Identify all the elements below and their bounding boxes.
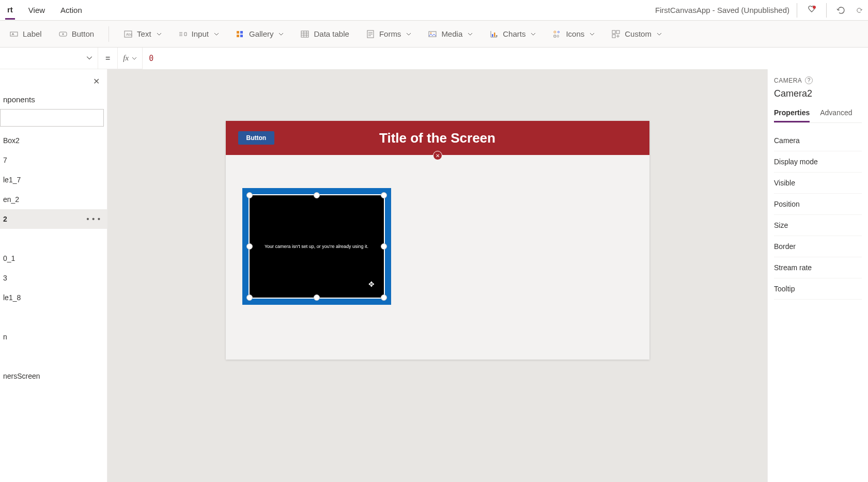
resize-handle[interactable] [246, 294, 253, 301]
move-cursor-icon: ✥ [368, 280, 375, 288]
svg-point-12 [430, 32, 431, 33]
prop-row-size[interactable]: Size [774, 215, 862, 236]
tree-item-label: le1_8 [3, 293, 21, 302]
ribbon-datatable[interactable]: Data table [298, 26, 351, 42]
resize-handle[interactable] [381, 243, 387, 250]
resize-handle[interactable] [314, 294, 320, 301]
resize-handle[interactable] [246, 243, 253, 250]
undo-icon[interactable] [834, 3, 848, 18]
ribbon-charts[interactable]: Charts [487, 26, 538, 42]
health-icon[interactable] [804, 3, 819, 18]
ribbon-forms[interactable]: Forms [364, 26, 414, 42]
divider [797, 3, 797, 18]
tab-advanced[interactable]: Advanced [820, 108, 852, 122]
prop-row-tooltip[interactable]: Tooltip [774, 278, 862, 300]
prop-row-position[interactable]: Position [774, 194, 862, 215]
datatable-icon [300, 29, 309, 39]
prop-row-streamrate[interactable]: Stream rate [774, 257, 862, 278]
formula-input[interactable] [143, 48, 868, 69]
svg-rect-9 [301, 31, 308, 37]
control-name[interactable]: Camera2 [774, 88, 862, 99]
prop-row-visible[interactable]: Visible [774, 173, 862, 194]
media-icon [428, 29, 437, 39]
chevron-down-icon [214, 32, 219, 37]
resize-handle[interactable] [381, 294, 387, 301]
tree-list: Box2 7 le1_7 en_2 2 • • • 0_1 3 le1_8 n … [0, 131, 107, 386]
tree-item[interactable]: 0_1 [0, 248, 107, 268]
tree-search-input[interactable] [0, 109, 104, 127]
svg-text:Abc: Abc [126, 33, 133, 36]
prop-row-displaymode[interactable]: Display mode [774, 151, 862, 173]
resize-handle[interactable] [314, 192, 320, 198]
tree-item-label: 3 [3, 274, 7, 282]
resize-handle[interactable] [381, 192, 387, 198]
properties-panel: CAMERA ? Camera2 Properties Advanced Cam… [767, 69, 868, 482]
close-icon[interactable]: ✕ [93, 76, 100, 86]
forms-icon [366, 29, 375, 39]
tree-item[interactable]: le1_7 [0, 170, 107, 190]
tree-search [0, 109, 104, 127]
ribbon-charts-label: Charts [503, 29, 525, 38]
tree-item[interactable]: 3 [0, 268, 107, 288]
divider [826, 3, 827, 18]
more-icon[interactable]: • • • [87, 215, 101, 223]
ribbon-gallery[interactable]: Gallery [234, 26, 286, 42]
tree-item[interactable]: le1_8 [0, 288, 107, 307]
tree-item-label: Box2 [3, 136, 20, 145]
tree-item[interactable]: Box2 [0, 131, 107, 150]
tree-item[interactable] [0, 347, 107, 366]
control-type-label: CAMERA [774, 77, 802, 84]
ribbon-custom[interactable]: Custom [609, 26, 664, 42]
tree-item-label: 7 [3, 156, 7, 164]
tree-item[interactable] [0, 307, 107, 327]
chevron-down-icon [278, 32, 284, 37]
menu-right: FirstCanvasApp - Saved (Unpublished) [655, 3, 863, 18]
ribbon-button[interactable]: Button [56, 26, 96, 42]
chevron-down-icon [590, 32, 595, 37]
prop-row-border[interactable]: Border [774, 236, 862, 257]
tree-item-selected[interactable]: 2 • • • [0, 209, 107, 229]
resize-handle[interactable] [246, 192, 253, 198]
camera-control-selected[interactable]: Your camera isn't set up, or you're alre… [242, 188, 391, 305]
tree-item-label: 0_1 [3, 254, 15, 262]
property-selector[interactable] [0, 48, 98, 69]
ribbon-text[interactable]: Abc Text [121, 26, 164, 42]
redo-icon[interactable] [856, 3, 863, 18]
ribbon-text-label: Text [137, 29, 151, 38]
help-icon[interactable]: ? [805, 76, 813, 84]
menu-view[interactable]: View [26, 2, 47, 19]
menu-bar: rt View Action FirstCanvasApp - Saved (U… [0, 0, 868, 21]
screen-button[interactable]: Button [238, 131, 275, 145]
canvas-area[interactable]: Button Title of the Screen ✕ Your camera… [107, 69, 767, 482]
app-screen[interactable]: Button Title of the Screen ✕ Your camera… [226, 121, 649, 360]
property-list: Camera Display mode Visible Position Siz… [774, 130, 862, 300]
tree-item[interactable] [0, 229, 107, 248]
chevron-down-icon [657, 32, 662, 37]
fx-button[interactable]: fx [117, 48, 143, 69]
tree-item[interactable]: en_2 [0, 190, 107, 209]
menu-insert[interactable]: rt [5, 1, 15, 20]
tree-item[interactable]: n [0, 327, 107, 347]
ribbon-input-label: Input [192, 29, 209, 38]
svg-rect-18 [616, 30, 619, 34]
tree-item-label: le1_7 [3, 176, 21, 184]
close-badge-icon[interactable]: ✕ [433, 151, 442, 160]
menu-action[interactable]: Action [58, 2, 84, 19]
ribbon-media[interactable]: Media [426, 26, 475, 42]
ribbon-icons-label: Icons [566, 29, 584, 38]
svg-rect-1 [10, 32, 18, 36]
ribbon-input[interactable]: Input [176, 26, 221, 42]
screen-title: Title of the Screen [226, 130, 649, 146]
ribbon-label[interactable]: Label [7, 26, 44, 42]
ribbon-icons[interactable]: Icons [550, 26, 597, 42]
tree-item[interactable]: nersScreen [0, 366, 107, 386]
chevron-down-icon [531, 32, 536, 37]
tree-item[interactable]: 7 [0, 150, 107, 170]
tree-panel: ✕ nponents Box2 7 le1_7 en_2 2 • • • 0_1… [0, 69, 107, 482]
tree-item-label: nersScreen [3, 372, 40, 380]
tree-item-label: n [3, 333, 7, 341]
prop-row-camera[interactable]: Camera [774, 130, 862, 151]
tree-item-label: 2 [3, 215, 7, 223]
tab-properties[interactable]: Properties [774, 108, 810, 122]
camera-message: Your camera isn't set up, or you're alre… [260, 244, 373, 249]
